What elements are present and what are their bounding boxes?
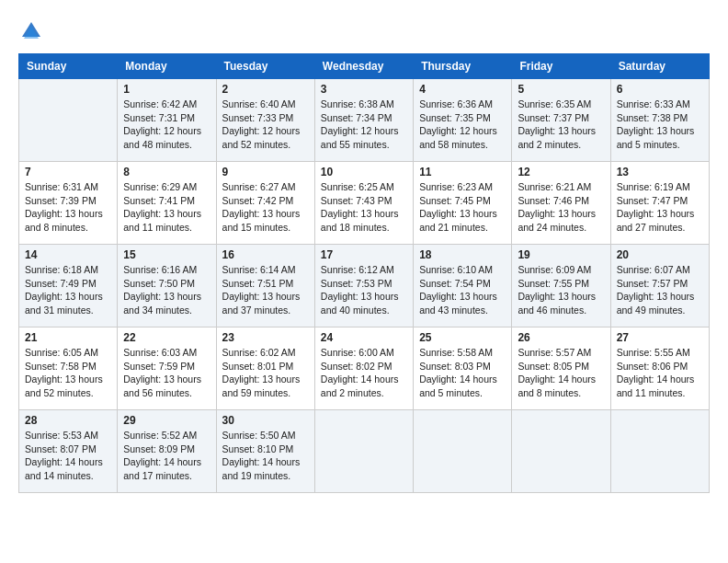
calendar-header-friday: Friday <box>512 54 610 79</box>
calendar-day-cell: 3Sunrise: 6:38 AM Sunset: 7:34 PM Daylig… <box>314 79 413 162</box>
day-info: Sunrise: 6:21 AM Sunset: 7:46 PM Dayligh… <box>518 180 604 235</box>
day-info: Sunrise: 6:29 AM Sunset: 7:41 PM Dayligh… <box>123 180 210 235</box>
day-number: 15 <box>123 248 210 261</box>
day-number: 30 <box>222 414 309 427</box>
calendar-day-cell: 6Sunrise: 6:33 AM Sunset: 7:38 PM Daylig… <box>610 79 709 162</box>
calendar-day-cell: 18Sunrise: 6:10 AM Sunset: 7:54 PM Dayli… <box>414 245 512 327</box>
day-number: 3 <box>321 83 407 96</box>
calendar-day-cell: 17Sunrise: 6:12 AM Sunset: 7:53 PM Dayli… <box>314 245 413 327</box>
calendar-header-saturday: Saturday <box>610 54 709 79</box>
calendar-day-cell: 5Sunrise: 6:35 AM Sunset: 7:37 PM Daylig… <box>512 79 610 162</box>
page-header <box>18 18 710 44</box>
day-number: 11 <box>419 166 506 178</box>
day-number: 12 <box>518 166 604 178</box>
day-info: Sunrise: 6:31 AM Sunset: 7:39 PM Dayligh… <box>25 180 111 235</box>
calendar-week-row: 1Sunrise: 6:42 AM Sunset: 7:31 PM Daylig… <box>19 79 710 162</box>
calendar-day-cell: 2Sunrise: 6:40 AM Sunset: 7:33 PM Daylig… <box>216 79 314 162</box>
day-number: 6 <box>617 83 703 96</box>
day-number: 5 <box>518 83 604 96</box>
calendar-day-cell <box>314 410 413 493</box>
day-info: Sunrise: 6:14 AM Sunset: 7:51 PM Dayligh… <box>222 263 309 317</box>
calendar-week-row: 28Sunrise: 5:53 AM Sunset: 8:07 PM Dayli… <box>19 410 710 493</box>
calendar-day-cell: 16Sunrise: 6:14 AM Sunset: 7:51 PM Dayli… <box>216 245 314 327</box>
calendar-day-cell: 28Sunrise: 5:53 AM Sunset: 8:07 PM Dayli… <box>19 410 118 493</box>
calendar-day-cell: 29Sunrise: 5:52 AM Sunset: 8:09 PM Dayli… <box>118 410 216 493</box>
day-info: Sunrise: 6:40 AM Sunset: 7:33 PM Dayligh… <box>222 98 309 152</box>
calendar-day-cell: 8Sunrise: 6:29 AM Sunset: 7:41 PM Daylig… <box>118 162 216 245</box>
calendar-day-cell: 25Sunrise: 5:58 AM Sunset: 8:03 PM Dayli… <box>414 327 512 410</box>
day-info: Sunrise: 5:57 AM Sunset: 8:05 PM Dayligh… <box>518 346 604 400</box>
calendar-day-cell: 23Sunrise: 6:02 AM Sunset: 8:01 PM Dayli… <box>216 327 314 410</box>
day-number: 27 <box>617 331 703 344</box>
day-info: Sunrise: 6:12 AM Sunset: 7:53 PM Dayligh… <box>321 263 407 317</box>
day-number: 13 <box>617 166 703 178</box>
calendar-header-row: SundayMondayTuesdayWednesdayThursdayFrid… <box>19 54 710 79</box>
day-info: Sunrise: 6:10 AM Sunset: 7:54 PM Dayligh… <box>419 263 506 317</box>
day-info: Sunrise: 6:05 AM Sunset: 7:58 PM Dayligh… <box>25 346 111 400</box>
calendar-header-tuesday: Tuesday <box>216 54 314 79</box>
calendar-day-cell: 10Sunrise: 6:25 AM Sunset: 7:43 PM Dayli… <box>314 162 413 245</box>
day-info: Sunrise: 6:09 AM Sunset: 7:55 PM Dayligh… <box>518 263 604 317</box>
calendar-day-cell: 22Sunrise: 6:03 AM Sunset: 7:59 PM Dayli… <box>118 327 216 410</box>
calendar-day-cell: 4Sunrise: 6:36 AM Sunset: 7:35 PM Daylig… <box>414 79 512 162</box>
day-info: Sunrise: 6:23 AM Sunset: 7:45 PM Dayligh… <box>419 180 506 235</box>
day-number: 22 <box>123 331 210 344</box>
calendar-day-cell: 19Sunrise: 6:09 AM Sunset: 7:55 PM Dayli… <box>512 245 610 327</box>
day-info: Sunrise: 6:38 AM Sunset: 7:34 PM Dayligh… <box>321 98 407 152</box>
day-info: Sunrise: 6:00 AM Sunset: 8:02 PM Dayligh… <box>321 346 407 400</box>
day-number: 8 <box>123 166 210 178</box>
calendar-day-cell: 30Sunrise: 5:50 AM Sunset: 8:10 PM Dayli… <box>216 410 314 493</box>
day-info: Sunrise: 6:36 AM Sunset: 7:35 PM Dayligh… <box>419 98 506 152</box>
day-number: 7 <box>25 166 111 178</box>
calendar-day-cell: 11Sunrise: 6:23 AM Sunset: 7:45 PM Dayli… <box>414 162 512 245</box>
day-number: 23 <box>222 331 309 344</box>
calendar-day-cell: 14Sunrise: 6:18 AM Sunset: 7:49 PM Dayli… <box>19 245 118 327</box>
day-number: 25 <box>419 331 506 344</box>
calendar-day-cell <box>19 79 118 162</box>
day-number: 26 <box>518 331 604 344</box>
calendar-day-cell <box>512 410 610 493</box>
day-info: Sunrise: 5:50 AM Sunset: 8:10 PM Dayligh… <box>222 429 309 483</box>
day-info: Sunrise: 6:25 AM Sunset: 7:43 PM Dayligh… <box>321 180 407 235</box>
day-info: Sunrise: 5:52 AM Sunset: 8:09 PM Dayligh… <box>123 429 210 483</box>
day-info: Sunrise: 6:19 AM Sunset: 7:47 PM Dayligh… <box>617 180 703 235</box>
calendar-day-cell: 1Sunrise: 6:42 AM Sunset: 7:31 PM Daylig… <box>118 79 216 162</box>
day-number: 21 <box>25 331 111 344</box>
calendar-header-thursday: Thursday <box>414 54 512 79</box>
calendar-week-row: 14Sunrise: 6:18 AM Sunset: 7:49 PM Dayli… <box>19 245 710 327</box>
calendar-day-cell: 9Sunrise: 6:27 AM Sunset: 7:42 PM Daylig… <box>216 162 314 245</box>
day-number: 20 <box>617 248 703 261</box>
day-number: 9 <box>222 166 309 178</box>
day-info: Sunrise: 6:42 AM Sunset: 7:31 PM Dayligh… <box>123 98 210 152</box>
day-number: 19 <box>518 248 604 261</box>
day-info: Sunrise: 6:07 AM Sunset: 7:57 PM Dayligh… <box>617 263 703 317</box>
calendar-day-cell: 7Sunrise: 6:31 AM Sunset: 7:39 PM Daylig… <box>19 162 118 245</box>
calendar-day-cell <box>610 410 709 493</box>
calendar-header-monday: Monday <box>118 54 216 79</box>
day-info: Sunrise: 5:55 AM Sunset: 8:06 PM Dayligh… <box>617 346 703 400</box>
logo-icon <box>18 18 44 44</box>
calendar-day-cell: 26Sunrise: 5:57 AM Sunset: 8:05 PM Dayli… <box>512 327 610 410</box>
day-number: 1 <box>123 83 210 96</box>
day-info: Sunrise: 6:27 AM Sunset: 7:42 PM Dayligh… <box>222 180 309 235</box>
day-number: 4 <box>419 83 506 96</box>
day-number: 10 <box>321 166 407 178</box>
calendar-day-cell: 12Sunrise: 6:21 AM Sunset: 7:46 PM Dayli… <box>512 162 610 245</box>
calendar-header-sunday: Sunday <box>19 54 118 79</box>
day-info: Sunrise: 5:58 AM Sunset: 8:03 PM Dayligh… <box>419 346 506 400</box>
calendar-day-cell: 13Sunrise: 6:19 AM Sunset: 7:47 PM Dayli… <box>610 162 709 245</box>
calendar-day-cell: 21Sunrise: 6:05 AM Sunset: 7:58 PM Dayli… <box>19 327 118 410</box>
day-number: 14 <box>25 248 111 261</box>
calendar-week-row: 7Sunrise: 6:31 AM Sunset: 7:39 PM Daylig… <box>19 162 710 245</box>
calendar-table: SundayMondayTuesdayWednesdayThursdayFrid… <box>18 53 710 493</box>
calendar-day-cell: 20Sunrise: 6:07 AM Sunset: 7:57 PM Dayli… <box>610 245 709 327</box>
calendar-day-cell <box>414 410 512 493</box>
day-number: 16 <box>222 248 309 261</box>
day-number: 28 <box>25 414 111 427</box>
calendar-day-cell: 15Sunrise: 6:16 AM Sunset: 7:50 PM Dayli… <box>118 245 216 327</box>
day-info: Sunrise: 6:02 AM Sunset: 8:01 PM Dayligh… <box>222 346 309 400</box>
logo <box>18 18 48 44</box>
day-number: 24 <box>321 331 407 344</box>
day-info: Sunrise: 5:53 AM Sunset: 8:07 PM Dayligh… <box>25 429 111 483</box>
day-info: Sunrise: 6:33 AM Sunset: 7:38 PM Dayligh… <box>617 98 703 152</box>
